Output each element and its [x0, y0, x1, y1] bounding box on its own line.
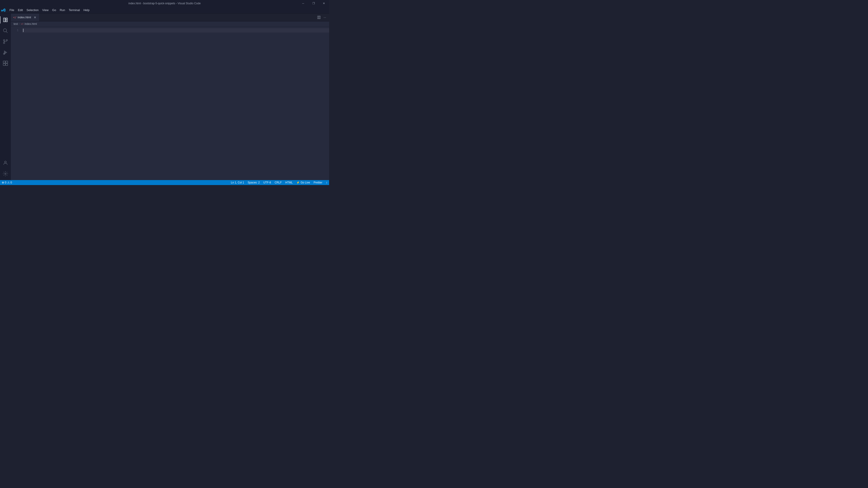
status-spaces[interactable]: Spaces: 2 — [246, 180, 261, 185]
close-button[interactable]: ✕ — [319, 0, 329, 7]
breadcrumb: test › </> index.html — [11, 22, 329, 26]
status-errors[interactable]: ⊗ 0 ⚠ 0 — [0, 180, 14, 185]
line-ending: CRLF — [275, 181, 282, 184]
menu-file[interactable]: File — [8, 7, 16, 13]
prettier-label: Prettier — [313, 181, 322, 184]
line-number-1: 1 — [11, 28, 19, 33]
sidebar-item-account[interactable] — [0, 158, 11, 168]
status-live-share[interactable]: ↕ — [324, 180, 329, 185]
title-bar-title: index.html - bootstrap-5-quick-snippets … — [128, 2, 200, 5]
file-encoding: UTF-8 — [264, 181, 271, 184]
svg-rect-2 — [6, 20, 7, 22]
sidebar-item-settings[interactable] — [0, 168, 11, 179]
errors-count: ⊗ 0 — [2, 181, 6, 184]
editor-area: </> index.html ✕ ··· test › — [11, 13, 329, 180]
svg-text:</>: </> — [21, 23, 24, 25]
breadcrumb-separator: › — [19, 23, 20, 25]
svg-point-14 — [4, 161, 6, 163]
status-bar: ⊗ 0 ⚠ 0 Ln 1, Col 1 Spaces: 2 UTF-8 CRLF… — [0, 180, 329, 185]
svg-rect-1 — [6, 18, 7, 20]
status-language[interactable]: HTML — [283, 180, 294, 185]
live-share-icon: ↕ — [326, 181, 327, 184]
svg-rect-13 — [6, 64, 8, 66]
svg-text:</>: </> — [13, 16, 16, 19]
editor-content[interactable]: 1 — [11, 26, 329, 180]
html-file-icon: </> — [13, 16, 16, 19]
svg-rect-10 — [3, 61, 5, 63]
svg-point-3 — [3, 29, 6, 32]
status-position[interactable]: Ln 1, Col 1 — [229, 180, 246, 185]
svg-marker-8 — [4, 51, 7, 55]
go-live-label: Go Live — [301, 181, 310, 184]
sidebar-item-source-control[interactable] — [0, 36, 11, 47]
code-line-1 — [22, 28, 329, 33]
warnings-count: ⚠ 0 — [7, 181, 12, 184]
breadcrumb-file[interactable]: index.html — [25, 22, 37, 26]
window-controls: ─ ❐ ✕ — [298, 0, 329, 7]
status-prettier[interactable]: Prettier — [312, 180, 324, 185]
svg-point-15 — [5, 173, 6, 174]
more-actions-button[interactable]: ··· — [322, 15, 327, 20]
indentation: Spaces: 2 — [248, 181, 260, 184]
menu-run[interactable]: Run — [58, 7, 67, 13]
minimize-button[interactable]: ─ — [298, 0, 308, 7]
status-bar-right: Ln 1, Col 1 Spaces: 2 UTF-8 CRLF HTML ⚡ … — [229, 180, 329, 185]
svg-rect-12 — [3, 64, 5, 66]
sidebar-item-extensions[interactable] — [0, 58, 11, 69]
svg-rect-11 — [6, 61, 8, 63]
tab-index-html[interactable]: </> index.html ✕ — [11, 13, 39, 21]
svg-point-6 — [6, 39, 7, 41]
menu-edit[interactable]: Edit — [16, 7, 25, 13]
menu-selection[interactable]: Selection — [25, 7, 40, 13]
title-bar: index.html - bootstrap-5-quick-snippets … — [0, 0, 329, 7]
menu-go[interactable]: Go — [51, 7, 58, 13]
main-layout: </> index.html ✕ ··· test › — [0, 13, 329, 180]
restore-button[interactable]: ❐ — [308, 0, 319, 7]
menu-help[interactable]: Help — [82, 7, 91, 13]
tab-actions: ··· — [316, 13, 329, 21]
sidebar-item-search[interactable] — [0, 25, 11, 36]
svg-rect-18 — [319, 16, 320, 19]
tab-label: index.html — [18, 15, 31, 19]
sidebar-item-run[interactable] — [0, 47, 11, 58]
menu-bar: File Edit Selection View Go Run Terminal… — [0, 7, 329, 13]
activity-bar-bottom — [0, 158, 11, 179]
code-editor[interactable] — [22, 26, 329, 180]
svg-point-7 — [3, 42, 5, 43]
svg-rect-17 — [318, 16, 319, 19]
language-mode: HTML — [285, 181, 293, 184]
menu-terminal[interactable]: Terminal — [67, 7, 82, 13]
editor-cursor — [23, 29, 24, 32]
cursor-position: Ln 1, Col 1 — [231, 181, 244, 184]
go-live-icon: ⚡ — [296, 181, 300, 184]
status-go-live[interactable]: ⚡ Go Live — [294, 180, 312, 185]
status-encoding[interactable]: UTF-8 — [261, 180, 273, 185]
sidebar-item-explorer[interactable] — [0, 14, 11, 25]
vscode-logo — [1, 8, 6, 13]
activity-bar — [0, 13, 11, 180]
breadcrumb-file-icon: </> — [21, 22, 24, 26]
tab-bar: </> index.html ✕ ··· — [11, 13, 329, 22]
breadcrumb-folder[interactable]: test — [13, 22, 18, 26]
split-editor-button[interactable] — [316, 15, 321, 20]
tab-close-button[interactable]: ✕ — [33, 15, 37, 19]
line-numbers: 1 — [11, 26, 22, 180]
svg-line-4 — [6, 32, 8, 33]
status-line-ending[interactable]: CRLF — [273, 180, 283, 185]
menu-view[interactable]: View — [40, 7, 51, 13]
status-bar-left: ⊗ 0 ⚠ 0 — [0, 180, 14, 185]
svg-point-5 — [3, 39, 5, 41]
